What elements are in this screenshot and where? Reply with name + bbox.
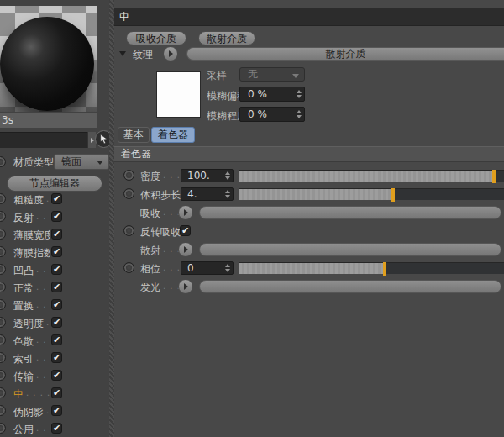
channel-row-normal[interactable]: 正常. . .✔	[0, 279, 109, 297]
collapse-caret-icon[interactable]	[119, 51, 126, 56]
channel-label: 薄膜指数	[13, 246, 50, 261]
channel-row-bump[interactable]: 凹凸. . .✔	[0, 261, 109, 279]
texture-slot-button[interactable]	[199, 280, 501, 293]
spinner-arrows-icon[interactable]	[225, 264, 230, 272]
channel-row-common[interactable]: 公用. . .✔	[0, 420, 109, 437]
material-type-radio[interactable]	[0, 156, 6, 167]
param-value-input[interactable]: 4.	[181, 187, 234, 201]
channel-row-roughness[interactable]: 粗糙度. .✔	[0, 191, 109, 208]
render-time-bar: 3s	[0, 113, 97, 128]
spinner-arrows-icon[interactable]	[225, 190, 230, 198]
channel-row-transmission[interactable]: 传输. . .✔	[0, 367, 109, 385]
param-radio[interactable]	[123, 225, 134, 236]
texture-expand-button[interactable]	[178, 279, 193, 294]
slider-handle[interactable]	[492, 170, 496, 183]
texture-expand-button[interactable]	[178, 205, 193, 220]
material-editor-window: 3s 材质类型 镜面 节点编辑器 粗糙度. .✔反射. . .✔薄膜宽度✔薄膜指…	[0, 0, 504, 437]
channel-checkbox[interactable]: ✔	[51, 299, 62, 310]
right-triangle-icon	[169, 50, 173, 57]
channel-checkbox[interactable]: ✔	[51, 317, 62, 328]
tab-basic[interactable]: 基本	[118, 127, 150, 143]
material-type-dropdown[interactable]: 镜面	[54, 154, 109, 170]
right-panel: 中 吸收介质 散射介质 纹理 散射介质 采样 无 模糊偏移 0 % 模糊程度 0…	[114, 0, 504, 437]
channel-checkbox[interactable]: ✔	[51, 370, 62, 381]
channel-radio[interactable]	[0, 352, 6, 363]
tab-shader[interactable]: 着色器	[151, 127, 195, 143]
param-radio[interactable]	[123, 262, 134, 273]
channel-checkbox[interactable]: ✔	[51, 211, 62, 222]
texture-slot-button[interactable]: 散射介质	[186, 47, 504, 61]
right-triangle-icon	[91, 138, 94, 143]
texture-expand-button[interactable]	[163, 46, 178, 61]
channel-checkbox[interactable]: ✔	[51, 282, 62, 292]
slider-handle[interactable]	[391, 188, 395, 202]
spinner-arrows-icon[interactable]	[297, 110, 302, 118]
channel-row-reflection[interactable]: 反射. . .✔	[0, 208, 109, 226]
channel-checkbox[interactable]: ✔	[51, 423, 62, 434]
texture-expand-button[interactable]	[178, 242, 193, 257]
param-slider[interactable]	[239, 170, 504, 182]
channel-radio[interactable]	[0, 193, 6, 204]
channel-radio[interactable]	[0, 246, 6, 257]
blur-strength-input[interactable]: 0 %	[239, 107, 305, 122]
channel-checkbox[interactable]: ✔	[51, 387, 62, 398]
channel-row-medium[interactable]: 中. . . . .✔	[0, 385, 109, 403]
slider-handle[interactable]	[383, 262, 386, 276]
leader-dots: . . .	[36, 299, 50, 313]
material-preview[interactable]	[0, 6, 97, 112]
param-value-input[interactable]: 100.	[181, 169, 234, 182]
blur-offset-input[interactable]: 0 %	[239, 87, 305, 102]
channel-radio[interactable]	[0, 334, 6, 345]
channel-radio[interactable]	[0, 317, 6, 328]
param-slider[interactable]	[239, 188, 504, 200]
channel-row-transparency[interactable]: 透明度. .✔	[0, 314, 109, 332]
absorption-medium-button[interactable]: 吸收介质	[126, 31, 186, 45]
blur-offset-value: 0 %	[248, 88, 267, 100]
param-checkbox[interactable]: ✔	[180, 225, 191, 236]
channel-row-index[interactable]: 索引. . .✔	[0, 350, 109, 367]
channel-label: 透明度	[13, 317, 44, 331]
channel-radio[interactable]	[0, 299, 6, 310]
param-radio[interactable]	[123, 170, 134, 181]
scattering-medium-button[interactable]: 散射介质	[198, 31, 255, 45]
leader-dots: . . .	[36, 370, 50, 384]
channel-checkbox[interactable]: ✔	[51, 229, 62, 240]
material-name-field[interactable]	[0, 132, 87, 148]
texture-slot-button[interactable]	[199, 243, 501, 256]
channel-row-dispersion[interactable]: 色散. . .✔	[0, 332, 109, 350]
channel-checkbox[interactable]: ✔	[51, 352, 62, 363]
slider-fill	[239, 171, 494, 182]
channel-radio[interactable]	[0, 282, 6, 292]
channel-radio[interactable]	[0, 370, 6, 381]
param-value: 100.	[187, 170, 210, 182]
texture-slot-value: 散射介质	[326, 48, 366, 60]
spinner-arrows-icon[interactable]	[297, 90, 302, 98]
channel-checkbox[interactable]: ✔	[51, 246, 62, 257]
channel-radio[interactable]	[0, 211, 6, 222]
channel-row-fake-shadow[interactable]: 伪阴影. .✔	[0, 403, 109, 420]
texture-thumbnail[interactable]	[156, 71, 201, 118]
param-value-input[interactable]: 0	[181, 261, 234, 275]
left-panel: 3s 材质类型 镜面 节点编辑器 粗糙度. .✔反射. . .✔薄膜宽度✔薄膜指…	[0, 0, 109, 437]
sampling-dropdown[interactable]: 无	[239, 67, 305, 82]
channel-checkbox[interactable]: ✔	[51, 193, 62, 204]
channel-radio[interactable]	[0, 264, 6, 275]
channel-checkbox[interactable]: ✔	[51, 405, 62, 416]
channel-radio[interactable]	[0, 229, 6, 240]
channel-checkbox[interactable]: ✔	[51, 334, 62, 345]
channel-row-film-index[interactable]: 薄膜指数✔	[0, 244, 109, 261]
channel-row-film-width[interactable]: 薄膜宽度✔	[0, 226, 109, 244]
channel-radio[interactable]	[0, 405, 6, 416]
spinner-arrows-icon[interactable]	[225, 171, 230, 180]
channel-radio[interactable]	[0, 423, 6, 434]
param-label: 发光	[140, 281, 160, 295]
param-row-emission: 发光. . .	[114, 277, 504, 296]
sampling-label: 采样	[207, 69, 227, 83]
texture-slot-button[interactable]	[199, 206, 501, 219]
channel-radio[interactable]	[0, 387, 6, 398]
param-radio[interactable]	[123, 188, 134, 199]
node-editor-button[interactable]: 节点编辑器	[7, 176, 102, 192]
param-slider[interactable]	[239, 262, 504, 274]
channel-checkbox[interactable]: ✔	[51, 264, 62, 275]
channel-row-displacement[interactable]: 置换. . .✔	[0, 297, 109, 314]
